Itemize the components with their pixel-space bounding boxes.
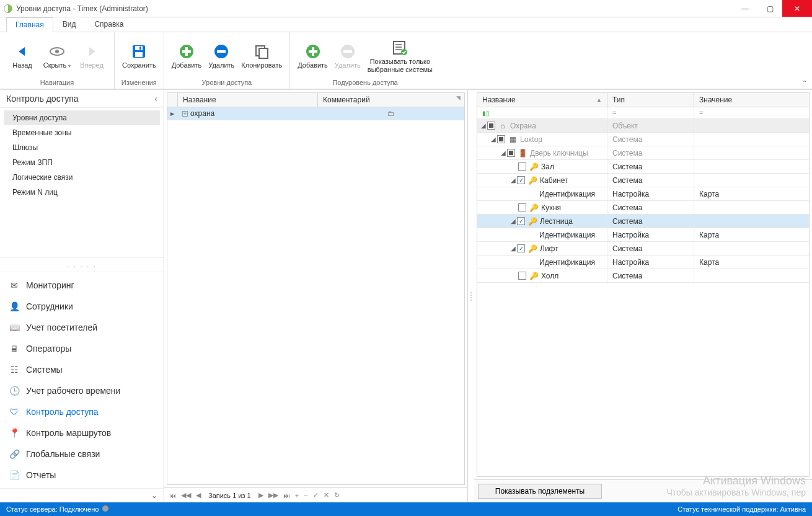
save-button[interactable]: Сохранить (120, 42, 159, 71)
forward-button[interactable]: Вперед (74, 42, 109, 71)
pager-del[interactable]: − (302, 492, 309, 499)
collapse-icon[interactable]: ◢ (510, 218, 517, 225)
tree-row[interactable]: 🔑Кухня Система (477, 201, 809, 215)
person-icon: 👤 (9, 301, 20, 312)
pager-refresh[interactable]: ↻ (333, 491, 341, 499)
tree-row[interactable]: ◢▦Loxtop Система (477, 133, 809, 146)
delete-sublevel-button[interactable]: Удалить (330, 42, 365, 71)
splitter[interactable] (468, 90, 474, 502)
sidebar-item-n-persons[interactable]: Режим N лиц (4, 185, 160, 200)
checkbox[interactable] (518, 203, 526, 211)
sidebar-item-logic[interactable]: Логические связи (4, 170, 160, 185)
checkbox-checked[interactable]: ✓ (517, 176, 525, 184)
collapse-icon[interactable]: ◢ (500, 149, 507, 156)
tree-row-selected[interactable]: ◢✓🔑Лестница Система (477, 215, 809, 228)
filter-icon[interactable]: ◥ (456, 95, 461, 101)
clock-icon: 🕒 (9, 385, 20, 396)
ribbon: Назад Скрыть ▾ Вперед Навигация Сохранит… (0, 32, 812, 89)
checkbox[interactable] (518, 162, 526, 171)
nav-monitoring[interactable]: ✉Мониторинг (0, 275, 164, 296)
svg-point-21 (401, 49, 407, 55)
add-sublevel-button[interactable]: Добавить (295, 42, 330, 71)
tree-row[interactable]: ◢✓🔑Лифт Система (477, 242, 809, 256)
nav-visitors[interactable]: 📖Учет посетителей (0, 317, 164, 338)
collapse-icon[interactable]: ◢ (480, 122, 487, 129)
sidebar-item-access-levels[interactable]: Уровни доступа (4, 110, 160, 125)
checkbox-checked[interactable]: ✓ (517, 244, 525, 252)
tree-col-type[interactable]: Тип (607, 93, 694, 107)
tree-row[interactable]: 🔑Холл Система (477, 269, 809, 283)
filter-row-icon: ▮▯ (482, 110, 490, 117)
tree-row[interactable]: ◢✓🔑Кабинет Система (477, 174, 809, 187)
sidebar-chevron-down[interactable]: ⌄ (0, 488, 164, 502)
svg-rect-6 (135, 52, 143, 57)
tree-col-value[interactable]: Значение (694, 93, 809, 107)
collapse-icon[interactable]: ◢ (490, 136, 497, 143)
pager-first[interactable]: ⏮ (168, 492, 177, 499)
hide-button[interactable]: Скрыть ▾ (40, 42, 74, 71)
sidebar-item-zpp[interactable]: Режим ЗПП (4, 155, 160, 170)
tree-row[interactable]: ◢🚪Дверь ключницы Система (477, 146, 809, 160)
pager-last[interactable]: ⏭ (282, 492, 291, 499)
maximize-button[interactable]: ▢ (757, 0, 782, 17)
nav-routes[interactable]: 📍Контроль маршрутов (0, 422, 164, 443)
clone-button[interactable]: Клонировать (239, 42, 285, 71)
show-selected-button[interactable]: Показывать только выбранные системы (365, 38, 435, 74)
nav-operators[interactable]: 🖥Операторы (0, 338, 164, 359)
checkbox-tri[interactable] (497, 135, 505, 143)
sidebar-title: Контроль доступа (6, 94, 79, 104)
checkbox-tri[interactable] (487, 122, 495, 130)
delete-level-button[interactable]: Удалить (204, 42, 239, 71)
pager-cancel[interactable]: ✕ (322, 491, 330, 499)
nav-employees[interactable]: 👤Сотрудники (0, 296, 164, 317)
tree-row[interactable]: 🔑Зал Система (477, 160, 809, 174)
sidebar-splitter[interactable]: . . . . . (0, 257, 164, 272)
tree-col-name[interactable]: Название▲ (477, 93, 607, 107)
svg-rect-17 (309, 50, 317, 53)
tree-row-root[interactable]: ◢⌂Охрана Объект (477, 119, 809, 133)
collapse-icon[interactable]: ◢ (510, 245, 517, 252)
checkbox[interactable] (518, 272, 526, 280)
ribbon-group-nav: Навигация (0, 78, 114, 89)
grid-row[interactable]: ▸ + охрана 🗀 (167, 107, 464, 120)
pager-prev[interactable]: ◀ (195, 491, 202, 499)
tab-help[interactable]: Справка (85, 17, 133, 32)
pager-next-page[interactable]: ▶▶ (267, 491, 280, 499)
svg-marker-3 (89, 47, 95, 56)
tab-view[interactable]: Вид (53, 17, 86, 32)
tab-main[interactable]: Главная (6, 17, 53, 32)
status-server: Статус сервера: Подключено (6, 505, 99, 513)
col-comment[interactable]: Комментарий◥ (318, 93, 464, 107)
expand-icon[interactable]: + (182, 111, 188, 117)
show-subelements-button[interactable]: Показывать подэлементы (478, 484, 602, 499)
nav-systems[interactable]: ☷Системы (0, 359, 164, 380)
sidebar-collapse-icon[interactable]: ‹ (154, 94, 157, 104)
sidebar-item-time-zones[interactable]: Временные зоны (4, 125, 160, 140)
back-button[interactable]: Назад (5, 42, 40, 71)
minus-icon (213, 43, 230, 60)
pager-prev-page[interactable]: ◀◀ (180, 491, 192, 499)
pager-add[interactable]: + (294, 492, 300, 499)
nav-access-control[interactable]: 🛡Контроль доступа (0, 401, 164, 422)
minimize-button[interactable]: — (733, 0, 757, 17)
tree-row[interactable]: Идентификация НастройкаКарта (477, 187, 809, 201)
tree-row[interactable]: Идентификация НастройкаКарта (477, 228, 809, 242)
add-level-button[interactable]: Добавить (169, 42, 205, 71)
row-indicator-icon: ▸ (167, 109, 177, 118)
pager-ok[interactable]: ✓ (312, 491, 320, 499)
ribbon-group-levels: Уровни доступа (164, 78, 290, 89)
col-name[interactable]: Название (178, 93, 318, 107)
checkbox-checked[interactable]: ✓ (517, 217, 525, 225)
close-button[interactable]: ✕ (782, 0, 812, 17)
sidebar-item-gateways[interactable]: Шлюзы (4, 140, 160, 155)
checkbox-tri[interactable] (507, 149, 515, 157)
nav-reports[interactable]: 📄Отчеты (0, 465, 164, 486)
nav-time-tracking[interactable]: 🕒Учет рабочего времени (0, 380, 164, 401)
ribbon-collapse-button[interactable]: ⌃ (802, 79, 807, 86)
tree-row[interactable]: Идентификация НастройкаКарта (477, 256, 809, 269)
collapse-icon[interactable]: ◢ (510, 177, 517, 184)
nav-global-links[interactable]: 🔗Глобальные связи (0, 443, 164, 465)
pager-next[interactable]: ▶ (257, 491, 265, 499)
svg-rect-10 (182, 50, 191, 53)
app-icon (4, 4, 12, 13)
